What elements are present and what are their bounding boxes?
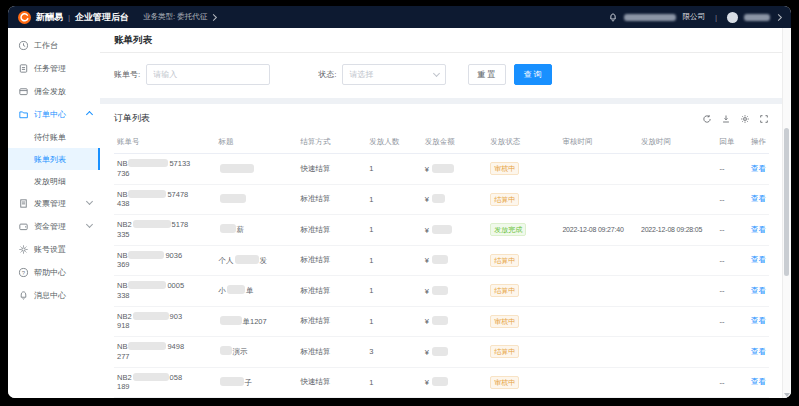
sidebar-subitem-bill-list[interactable]: 账单列表 (8, 148, 100, 170)
cell-audit-time (559, 367, 638, 398)
sidebar-item-funds[interactable]: 资金管理 (8, 215, 100, 238)
table-section-title: 订单列表 (114, 112, 150, 125)
app-logo-icon (18, 11, 31, 24)
cell-settlement: 标准结算 (297, 184, 366, 215)
cell-amount: ¥ (422, 245, 488, 276)
view-link[interactable]: 查看 (751, 194, 766, 203)
cell-receipt: -- (717, 306, 743, 337)
sidebar-item-account-settings[interactable]: 账号设置 (8, 238, 100, 261)
sidebar-item-commission-payout[interactable]: 佣金发放 (8, 80, 100, 103)
column-settings-icon[interactable] (740, 114, 750, 124)
redacted-text (128, 342, 166, 350)
redacted-text (432, 225, 452, 234)
cell-title: 个人发 (216, 245, 298, 276)
view-link[interactable]: 查看 (751, 286, 766, 295)
sidebar-item-invoice[interactable]: 发票管理 (8, 192, 100, 215)
sidebar-label: 订单中心 (34, 109, 66, 120)
cell-status: 结算中 (487, 184, 559, 215)
cell-audit-time (559, 306, 638, 337)
table-row: NB2903918单1207标准结算1¥ 审核中--查看 (114, 306, 769, 337)
cell-pay-time (638, 276, 717, 307)
redacted-text (432, 347, 448, 356)
table-row: NB9498277演示标准结算3¥ 结算中查看 (114, 337, 769, 368)
biz-type-label[interactable]: 业务类型: 委托代征 (143, 12, 207, 22)
view-link[interactable]: 查看 (751, 316, 766, 325)
cell-title (216, 184, 298, 215)
company-name-redacted (624, 14, 676, 21)
fullscreen-icon[interactable] (759, 114, 769, 124)
sidebar-item-message-center[interactable]: 消息中心 (8, 284, 100, 307)
sidebar-item-help-center[interactable]: ? 帮助中心 (8, 261, 100, 284)
refresh-icon[interactable] (702, 114, 712, 124)
scrollbar-thumb[interactable] (784, 128, 789, 276)
card-icon (18, 86, 29, 97)
cell-pay-time (638, 337, 717, 368)
bell-icon[interactable] (608, 12, 618, 23)
status-badge: 审核中 (490, 376, 519, 389)
cell-receipt (717, 337, 743, 368)
folder-icon (18, 109, 29, 120)
search-button[interactable]: 查询 (514, 64, 552, 85)
username-redacted (744, 14, 770, 21)
cell-action: 查看 (743, 276, 769, 307)
sidebar-label: 佣金发放 (34, 86, 66, 97)
sidebar-item-order-center[interactable]: 订单中心 (8, 103, 100, 126)
cell-pay-time (638, 154, 717, 185)
cell-count: 1 (366, 306, 422, 337)
expand-caret-icon[interactable] (87, 222, 92, 231)
bill-no-label: 账单号: (114, 69, 140, 80)
sidebar-sublabel: 发放明细 (34, 176, 66, 187)
col-title: 标题 (216, 131, 298, 154)
cell-bill-no: NB57133736 (114, 154, 216, 185)
avatar[interactable] (727, 12, 738, 23)
status-select[interactable]: 请选择 (342, 64, 446, 85)
collapse-caret-icon[interactable] (87, 110, 92, 119)
cell-bill-no: NB2903918 (114, 306, 216, 337)
status-badge: 审核中 (490, 162, 519, 175)
cell-count: 3 (366, 337, 422, 368)
redacted-text (220, 194, 246, 203)
sidebar-label: 任务管理 (34, 63, 66, 74)
sidebar-item-workbench[interactable]: 工作台 (8, 34, 100, 57)
cell-receipt: -- (717, 276, 743, 307)
sidebar-item-tasks[interactable]: 任务管理 (8, 57, 100, 80)
redacted-text (432, 194, 445, 203)
cell-pay-time (638, 245, 717, 276)
redacted-text (133, 312, 169, 320)
cell-pay-time (638, 306, 717, 337)
expand-caret-icon[interactable] (87, 199, 92, 208)
view-link[interactable]: 查看 (751, 164, 766, 173)
table-tool-icons (702, 114, 769, 124)
scrollbar-down-arrow-icon[interactable] (784, 393, 790, 397)
col-pay-time: 发放时间 (638, 131, 717, 154)
cell-settlement: 标准结算 (297, 306, 366, 337)
user-divider: | (715, 13, 717, 22)
user-menu-caret-icon[interactable] (775, 13, 782, 20)
status-badge: 发放完成 (490, 223, 526, 236)
sidebar-subitem-pending-bills[interactable]: 待付账单 (8, 126, 100, 148)
cell-count: 1 (366, 367, 422, 398)
view-link[interactable]: 查看 (751, 225, 766, 234)
view-link[interactable]: 查看 (751, 255, 766, 264)
cell-amount: ¥ (422, 184, 488, 215)
cell-settlement: 标准结算 (297, 337, 366, 368)
redacted-text (432, 377, 448, 386)
download-icon[interactable] (721, 114, 731, 124)
view-link[interactable]: 查看 (751, 347, 766, 356)
col-amount: 发放金额 (422, 131, 488, 154)
bill-no-input[interactable] (146, 64, 270, 85)
view-link[interactable]: 查看 (751, 377, 766, 386)
cell-title: 小单 (216, 276, 298, 307)
brand-name: 新酬易 (36, 11, 63, 24)
chevron-down-icon (433, 70, 440, 77)
redacted-text (128, 159, 168, 167)
vertical-scrollbar[interactable] (782, 28, 791, 398)
table-header-row: 账单号 标题 结算方式 发放人数 发放金额 发放状态 审核时间 发放时间 回单 … (114, 131, 769, 154)
reset-button[interactable]: 重置 (468, 64, 506, 85)
clipboard-icon (18, 63, 29, 74)
cell-settlement: 标准结算 (297, 245, 366, 276)
app-subtitle: 企业管理后台 (75, 11, 129, 24)
biz-caret-icon[interactable] (210, 13, 217, 20)
sidebar-subitem-payout-detail[interactable]: 发放明细 (8, 170, 100, 192)
table-row: NB57478438标准结算1¥ 结算中--查看 (114, 184, 769, 215)
